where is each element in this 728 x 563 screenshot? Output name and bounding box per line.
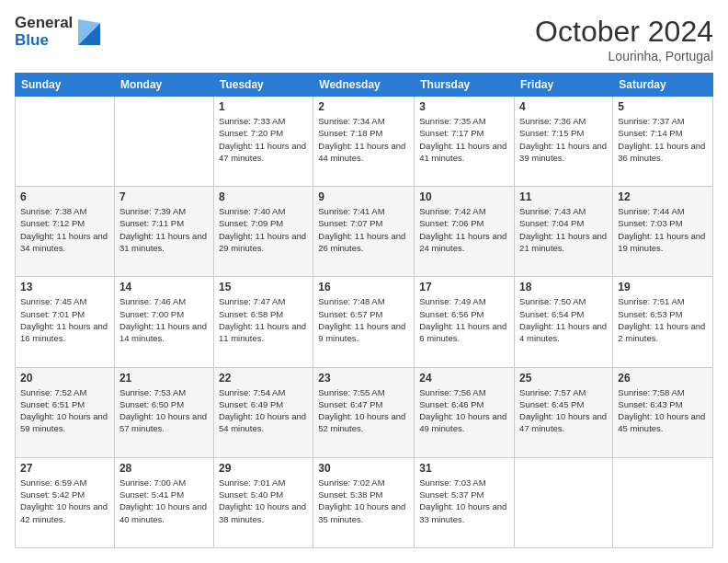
calendar-cell: 17Sunrise: 7:49 AM Sunset: 6:56 PM Dayli… <box>415 277 515 367</box>
calendar-cell: 30Sunrise: 7:02 AM Sunset: 5:38 PM Dayli… <box>313 457 415 547</box>
day-number: 9 <box>318 190 409 203</box>
calendar-cell <box>16 97 115 187</box>
calendar-cell: 5Sunrise: 7:37 AM Sunset: 7:14 PM Daylig… <box>613 97 713 187</box>
day-number: 29 <box>219 462 308 475</box>
day-number: 12 <box>618 190 708 203</box>
day-info: Sunrise: 7:53 AM Sunset: 6:50 PM Dayligh… <box>119 386 209 435</box>
day-info: Sunrise: 7:47 AM Sunset: 6:58 PM Dayligh… <box>219 295 308 344</box>
day-info: Sunrise: 6:59 AM Sunset: 5:42 PM Dayligh… <box>20 477 109 525</box>
calendar-cell: 13Sunrise: 7:45 AM Sunset: 7:01 PM Dayli… <box>16 277 115 367</box>
calendar-cell: 18Sunrise: 7:50 AM Sunset: 6:54 PM Dayli… <box>515 277 613 367</box>
day-number: 22 <box>219 372 308 385</box>
day-info: Sunrise: 7:38 AM Sunset: 7:12 PM Dayligh… <box>20 205 109 254</box>
day-info: Sunrise: 7:42 AM Sunset: 7:06 PM Dayligh… <box>419 205 509 254</box>
col-sunday: Sunday <box>16 74 115 97</box>
day-info: Sunrise: 7:39 AM Sunset: 7:11 PM Dayligh… <box>119 205 209 254</box>
day-number: 4 <box>519 100 608 113</box>
day-number: 6 <box>20 190 109 203</box>
weekday-row: Sunday Monday Tuesday Wednesday Thursday… <box>16 74 713 97</box>
day-info: Sunrise: 7:50 AM Sunset: 6:54 PM Dayligh… <box>519 295 608 344</box>
calendar-cell: 22Sunrise: 7:54 AM Sunset: 6:49 PM Dayli… <box>213 367 313 457</box>
day-number: 25 <box>519 372 608 385</box>
day-info: Sunrise: 7:03 AM Sunset: 5:37 PM Dayligh… <box>419 477 509 525</box>
day-number: 13 <box>20 281 109 293</box>
day-number: 24 <box>419 372 509 385</box>
day-number: 17 <box>419 281 509 293</box>
calendar-cell <box>515 457 613 547</box>
title-section: October 2024 Lourinha, Portugal <box>535 15 713 63</box>
day-number: 31 <box>419 462 509 475</box>
calendar-cell: 16Sunrise: 7:48 AM Sunset: 6:57 PM Dayli… <box>313 277 415 367</box>
calendar-cell: 29Sunrise: 7:01 AM Sunset: 5:40 PM Dayli… <box>213 457 313 547</box>
day-info: Sunrise: 7:02 AM Sunset: 5:38 PM Dayligh… <box>318 477 409 525</box>
calendar-table: Sunday Monday Tuesday Wednesday Thursday… <box>15 73 713 548</box>
logo-triangle-icon <box>78 19 100 45</box>
calendar-cell: 9Sunrise: 7:41 AM Sunset: 7:07 PM Daylig… <box>313 187 415 277</box>
day-info: Sunrise: 7:57 AM Sunset: 6:45 PM Dayligh… <box>519 386 608 435</box>
day-info: Sunrise: 7:01 AM Sunset: 5:40 PM Dayligh… <box>219 477 308 525</box>
day-info: Sunrise: 7:46 AM Sunset: 7:00 PM Dayligh… <box>119 295 209 344</box>
calendar-header: Sunday Monday Tuesday Wednesday Thursday… <box>16 74 713 97</box>
day-info: Sunrise: 7:44 AM Sunset: 7:03 PM Dayligh… <box>618 205 708 254</box>
day-info: Sunrise: 7:43 AM Sunset: 7:04 PM Dayligh… <box>519 205 608 254</box>
calendar-cell: 1Sunrise: 7:33 AM Sunset: 7:20 PM Daylig… <box>213 97 313 187</box>
col-tuesday: Tuesday <box>213 74 313 97</box>
day-number: 20 <box>20 372 109 385</box>
day-number: 10 <box>419 190 509 203</box>
month-title: October 2024 <box>535 15 713 49</box>
calendar-cell: 8Sunrise: 7:40 AM Sunset: 7:09 PM Daylig… <box>213 187 313 277</box>
calendar-week-1: 1Sunrise: 7:33 AM Sunset: 7:20 PM Daylig… <box>16 97 713 187</box>
day-number: 18 <box>519 281 608 293</box>
calendar-cell: 6Sunrise: 7:38 AM Sunset: 7:12 PM Daylig… <box>16 187 115 277</box>
day-number: 8 <box>219 190 308 203</box>
calendar-week-4: 20Sunrise: 7:52 AM Sunset: 6:51 PM Dayli… <box>16 367 713 457</box>
day-info: Sunrise: 7:49 AM Sunset: 6:56 PM Dayligh… <box>419 295 509 344</box>
calendar-cell: 27Sunrise: 6:59 AM Sunset: 5:42 PM Dayli… <box>16 457 115 547</box>
calendar-cell: 7Sunrise: 7:39 AM Sunset: 7:11 PM Daylig… <box>114 187 213 277</box>
day-info: Sunrise: 7:54 AM Sunset: 6:49 PM Dayligh… <box>219 386 308 435</box>
day-info: Sunrise: 7:55 AM Sunset: 6:47 PM Dayligh… <box>318 386 409 435</box>
day-info: Sunrise: 7:34 AM Sunset: 7:18 PM Dayligh… <box>318 115 409 164</box>
calendar-cell: 23Sunrise: 7:55 AM Sunset: 6:47 PM Dayli… <box>313 367 415 457</box>
calendar-cell: 25Sunrise: 7:57 AM Sunset: 6:45 PM Dayli… <box>515 367 613 457</box>
calendar-cell <box>613 457 713 547</box>
page: General Blue October 2024 Lourinha, Port… <box>0 0 728 563</box>
calendar-body: 1Sunrise: 7:33 AM Sunset: 7:20 PM Daylig… <box>16 97 713 548</box>
day-number: 28 <box>119 462 209 475</box>
day-info: Sunrise: 7:45 AM Sunset: 7:01 PM Dayligh… <box>20 295 109 344</box>
calendar-cell: 11Sunrise: 7:43 AM Sunset: 7:04 PM Dayli… <box>515 187 613 277</box>
day-number: 16 <box>318 281 409 293</box>
day-info: Sunrise: 7:41 AM Sunset: 7:07 PM Dayligh… <box>318 205 409 254</box>
col-thursday: Thursday <box>415 74 515 97</box>
day-info: Sunrise: 7:37 AM Sunset: 7:14 PM Dayligh… <box>618 115 708 164</box>
day-info: Sunrise: 7:52 AM Sunset: 6:51 PM Dayligh… <box>20 386 109 435</box>
col-monday: Monday <box>114 74 213 97</box>
logo: General Blue <box>15 15 100 49</box>
col-wednesday: Wednesday <box>313 74 415 97</box>
calendar-cell: 3Sunrise: 7:35 AM Sunset: 7:17 PM Daylig… <box>415 97 515 187</box>
logo-text: General Blue <box>15 15 73 49</box>
calendar-cell: 28Sunrise: 7:00 AM Sunset: 5:41 PM Dayli… <box>114 457 213 547</box>
logo-blue: Blue <box>15 32 73 50</box>
header: General Blue October 2024 Lourinha, Port… <box>15 15 713 63</box>
day-number: 2 <box>318 100 409 113</box>
calendar-cell: 24Sunrise: 7:56 AM Sunset: 6:46 PM Dayli… <box>415 367 515 457</box>
day-info: Sunrise: 7:56 AM Sunset: 6:46 PM Dayligh… <box>419 386 509 435</box>
day-number: 27 <box>20 462 109 475</box>
calendar-week-2: 6Sunrise: 7:38 AM Sunset: 7:12 PM Daylig… <box>16 187 713 277</box>
day-number: 30 <box>318 462 409 475</box>
calendar-week-5: 27Sunrise: 6:59 AM Sunset: 5:42 PM Dayli… <box>16 457 713 547</box>
day-number: 19 <box>618 281 708 293</box>
day-info: Sunrise: 7:36 AM Sunset: 7:15 PM Dayligh… <box>519 115 608 164</box>
day-info: Sunrise: 7:40 AM Sunset: 7:09 PM Dayligh… <box>219 205 308 254</box>
day-number: 23 <box>318 372 409 385</box>
day-number: 1 <box>219 100 308 113</box>
calendar-cell: 20Sunrise: 7:52 AM Sunset: 6:51 PM Dayli… <box>16 367 115 457</box>
day-number: 3 <box>419 100 509 113</box>
day-info: Sunrise: 7:35 AM Sunset: 7:17 PM Dayligh… <box>419 115 509 164</box>
calendar-cell: 31Sunrise: 7:03 AM Sunset: 5:37 PM Dayli… <box>415 457 515 547</box>
col-saturday: Saturday <box>613 74 713 97</box>
day-number: 11 <box>519 190 608 203</box>
col-friday: Friday <box>515 74 613 97</box>
location-subtitle: Lourinha, Portugal <box>535 49 713 63</box>
